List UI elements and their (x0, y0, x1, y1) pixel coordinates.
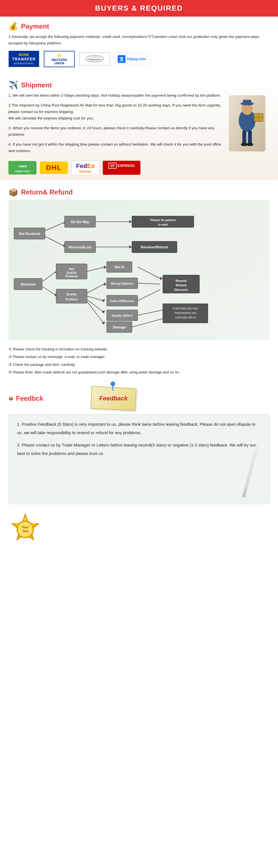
payment-icon: 💰 (8, 22, 18, 31)
shipment-p2: 2.The shipment by China Post Registered … (8, 102, 224, 122)
svg-text:Wrong Delivery: Wrong Delivery (111, 282, 134, 285)
svg-marker-38 (129, 245, 132, 249)
page-title: BUYERS & REQUIRED (0, 4, 278, 13)
shipment-icon: ✈️ (8, 81, 18, 90)
feedback-p2: 2. Please contact us by Trade Manager or… (17, 441, 261, 458)
page-header: BUYERS & REQUIRED (0, 0, 278, 17)
svg-text:中国邮政: 中国邮政 (18, 165, 27, 168)
payment-heading: Payment (21, 23, 49, 30)
shipment-illustration (224, 92, 270, 158)
svg-text:Not: Not (69, 267, 74, 271)
svg-line-64 (87, 302, 104, 323)
svg-text:Received/Refund: Received/Refund (141, 245, 168, 249)
svg-marker-52 (104, 266, 107, 269)
bank-transfer-logo: BANKTRANSFERINTERNATIONAL (8, 51, 39, 67)
svg-text:Discount: Discount (174, 288, 187, 291)
feedback-text: 1. Positive Feedback (5 Stars) is very i… (17, 420, 261, 458)
svg-line-43 (42, 272, 56, 282)
shipment-p4: 4. If you have not got it within the shi… (8, 141, 224, 154)
refund-title-row: 📦 Return& Refund (8, 188, 270, 197)
svg-line-24 (45, 222, 65, 231)
payment-section: 💰 Payment 1.Generally, we accept the fol… (0, 17, 278, 73)
shipment-p1: 1. We will sent the items within 2-5days… (8, 92, 224, 99)
refund-flow-diagram: Not Received On the Way Please be patien… (8, 200, 270, 340)
refund-note-3: ③ Check the package and Item, carefully. (8, 361, 270, 368)
svg-line-58 (87, 284, 104, 293)
svg-text:Your: Your (22, 525, 29, 529)
svg-text:Please be patient: Please be patient (150, 218, 175, 222)
svg-point-18 (247, 143, 253, 146)
payment-title-row: 💰 Payment (8, 22, 270, 31)
svg-line-60 (87, 296, 104, 301)
svg-marker-31 (129, 220, 132, 223)
svg-text:to wait: to wait (158, 223, 168, 226)
sf-express-logo: SF EXPRESS 顺丰速运 (103, 161, 140, 175)
svg-text:Damage: Damage (113, 326, 126, 329)
svg-marker-59 (104, 282, 107, 286)
svg-marker-65 (102, 321, 105, 325)
svg-text:Resend: Resend (175, 279, 187, 282)
svg-line-62 (87, 300, 104, 312)
shipment-content: 1. We will sent the items within 2-5days… (8, 92, 270, 158)
divider-3 (8, 381, 270, 381)
feedback-icon: 📦 (8, 396, 13, 401)
svg-line-51 (87, 267, 104, 272)
moneybookers-logo: moneybookers (79, 53, 110, 65)
svg-text:Color Difference: Color Difference (110, 299, 134, 303)
bottom-seal-area: Your Text (0, 510, 278, 552)
svg-text:Received: Received (21, 282, 36, 286)
svg-text:Refund: Refund (176, 283, 186, 287)
svg-rect-55 (56, 289, 87, 303)
payment-text: 1.Generally, we accept the following pay… (8, 34, 270, 46)
feedback-header: 📦 Feedbck Feedback (8, 387, 270, 410)
alipay-logo: 支 Alipay.com (114, 53, 149, 65)
shipment-p3: 3. When you receive the items you ordere… (8, 125, 224, 138)
svg-text:Received/Lost: Received/Lost (69, 245, 91, 249)
shipment-section: ✈️ Shipment 1. We will sent the items wi… (0, 75, 278, 180)
shipment-title-row: ✈️ Shipment (8, 81, 270, 90)
svg-text:Not Received: Not Received (19, 232, 40, 236)
refund-heading: Return& Refund (21, 188, 73, 196)
refund-icon: 📦 (8, 188, 18, 197)
svg-line-75 (138, 283, 160, 284)
refund-note-1: ① Please check the tracking in formation… (8, 346, 270, 352)
feedback-content: 1. Positive Feedback (5 Stars) is very i… (8, 414, 270, 504)
svg-text:moneybookers: moneybookers (87, 58, 102, 61)
shipping-carrier-logos: 中国邮政 CHINA POST DHL FedExExpress SF EXPR… (8, 160, 270, 175)
shipment-heading: Shipment (21, 81, 52, 89)
feedback-heading: Feedbck (16, 395, 43, 402)
refund-section: 📦 Return& Refund Not Received On the Way (0, 183, 278, 380)
svg-line-26 (45, 236, 65, 246)
svg-line-45 (42, 286, 56, 295)
svg-rect-15 (242, 130, 246, 145)
divider-2 (8, 181, 270, 182)
shipment-paragraphs: 1. We will sent the items within 2-5days… (8, 92, 224, 158)
svg-text:could also tell us: could also tell us (175, 316, 196, 319)
svg-rect-16 (248, 130, 252, 145)
feedback-section: 📦 Feedbck Feedback 1. Positive Feedback … (0, 382, 278, 510)
western-union-logo: WWESTERNUNION (44, 51, 75, 67)
refund-note-4: ④ Please Note: Men made defects are not … (8, 369, 270, 375)
gold-seal-svg: Your Text (8, 513, 42, 546)
feedback-sticker-text: Feedback (99, 395, 128, 402)
payment-logos: BANKTRANSFERINTERNATIONAL WWESTERNUNION … (8, 51, 270, 67)
svg-rect-10 (243, 100, 251, 104)
dhl-logo: DHL (40, 162, 68, 174)
svg-text:Text: Text (22, 529, 29, 533)
svg-text:Quality: Quality (66, 292, 77, 296)
svg-line-76 (138, 290, 160, 301)
feedback-sticker: Feedback (91, 386, 136, 410)
divider-1 (8, 74, 270, 74)
svg-text:支: 支 (119, 57, 124, 62)
svg-marker-77 (160, 277, 163, 280)
gold-seal-container: Your Text (8, 513, 42, 546)
svg-text:requirements you: requirements you (174, 311, 196, 314)
svg-line-78 (138, 309, 166, 315)
chinapost-logo: 中国邮政 CHINA POST (8, 161, 36, 175)
svg-text:Problem: Problem (65, 275, 78, 278)
svg-text:Not fit: Not fit (114, 265, 125, 269)
svg-text:Problem: Problem (65, 298, 78, 301)
refund-notes: ① Please check the tracking in formation… (8, 346, 270, 376)
svg-line-74 (138, 267, 160, 278)
delivery-man-image (229, 95, 265, 151)
